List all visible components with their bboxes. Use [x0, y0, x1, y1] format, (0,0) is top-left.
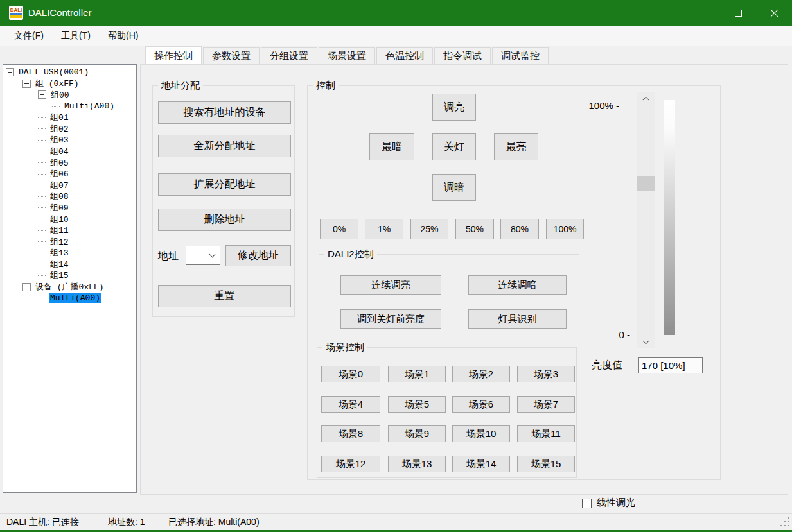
tree-item-group15[interactable]: 组15 — [3, 270, 136, 282]
app-icon: DALI — [9, 6, 23, 20]
tree-item-device-broadcast[interactable]: 设备 (广播0xFF) — [3, 281, 136, 293]
modify-address-button[interactable]: 修改地址 — [225, 245, 291, 266]
minimize-icon — [699, 13, 706, 13]
scene-2-button[interactable]: 场景2 — [452, 366, 510, 382]
scene-5-button[interactable]: 场景5 — [388, 396, 446, 413]
linear-dimming-checkbox[interactable] — [582, 499, 592, 508]
chevron-down-icon — [642, 338, 649, 345]
device-tree[interactable]: DALI USB(0001) 组 (0xFF) 组00 Multi(A00) 组… — [3, 64, 137, 493]
scene-6-button[interactable]: 场景6 — [452, 396, 510, 413]
tab-debug-monitor[interactable]: 调试监控 — [492, 47, 549, 64]
tab-grouping-settings[interactable]: 分组设置 — [261, 47, 317, 64]
brightness-value-input[interactable] — [638, 357, 703, 373]
dim-up-button[interactable]: 调亮 — [432, 94, 476, 121]
search-addressed-devices-button[interactable]: 搜索有地址的设备 — [158, 101, 291, 124]
scene-9-button[interactable]: 场景9 — [388, 425, 446, 442]
tree-item-group12[interactable]: 组12 — [3, 236, 136, 248]
brightness-gradient-bar — [664, 100, 675, 335]
tab-command-debug[interactable]: 指令调试 — [434, 47, 491, 64]
assign-extend-address-button[interactable]: 扩展分配地址 — [158, 173, 291, 196]
percent-0-button[interactable]: 0% — [320, 219, 358, 239]
max-brightness-button[interactable]: 最亮 — [494, 133, 538, 160]
status-bar: DALI 主机: 已连接 地址数: 1 已选择地址: Multi(A00) — [0, 513, 792, 530]
tree-item-group01[interactable]: 组01 — [3, 112, 136, 123]
dim-down-button[interactable]: 调暗 — [432, 174, 476, 201]
scene-12-button[interactable]: 场景12 — [321, 456, 380, 472]
percent-80-button[interactable]: 80% — [500, 219, 539, 239]
tab-scene-settings[interactable]: 场景设置 — [319, 47, 375, 64]
tab-parameter-settings[interactable]: 参数设置 — [203, 47, 260, 64]
percent-25-button[interactable]: 25% — [410, 219, 448, 239]
scene-8-button[interactable]: 场景8 — [321, 425, 380, 442]
scene-1-button[interactable]: 场景1 — [388, 366, 446, 382]
tab-color-temp-control[interactable]: 色温控制 — [376, 47, 433, 64]
scrollbar-thumb[interactable] — [637, 176, 655, 191]
tree-item-group04[interactable]: 组04 — [3, 146, 136, 157]
scroll-down-button[interactable] — [637, 336, 655, 348]
tab-operation-control[interactable]: 操作控制 — [145, 46, 202, 64]
menu-help[interactable]: 帮助(H) — [104, 26, 142, 46]
scene-0-button[interactable]: 场景0 — [321, 366, 380, 382]
continuous-dim-up-button[interactable]: 连续调亮 — [340, 275, 441, 295]
collapse-icon[interactable] — [6, 68, 14, 76]
scroll-up-button[interactable] — [637, 92, 655, 104]
tree-item-group-root[interactable]: 组 (0xFF) — [3, 78, 136, 90]
close-button[interactable] — [759, 0, 789, 26]
continuous-dim-down-button[interactable]: 连续调暗 — [468, 275, 567, 295]
percent-50-button[interactable]: 50% — [455, 219, 494, 239]
tree-item-group13[interactable]: 组13 — [3, 248, 136, 259]
collapse-icon[interactable] — [22, 80, 31, 88]
light-off-button[interactable]: 关灯 — [432, 133, 476, 160]
tree-item-multi-a00-selected[interactable]: Multi(A00) — [3, 293, 136, 304]
tree-item-group00[interactable]: 组00 — [3, 89, 136, 101]
percent-1-button[interactable]: 1% — [365, 219, 403, 239]
scene-3-button[interactable]: 场景3 — [517, 366, 575, 382]
scene-7-button[interactable]: 场景7 — [517, 396, 575, 413]
tree-item-group09[interactable]: 组09 — [3, 202, 136, 214]
scene-14-button[interactable]: 场景14 — [452, 456, 510, 472]
identify-luminaire-button[interactable]: 灯具识别 — [468, 309, 567, 329]
scene-4-button[interactable]: 场景4 — [321, 396, 380, 413]
tree-item-group02[interactable]: 组02 — [3, 123, 136, 135]
status-selected-address: 已选择地址: Multi(A00) — [168, 517, 260, 528]
tree-item-group14[interactable]: 组14 — [3, 259, 136, 270]
scene-11-button[interactable]: 场景11 — [517, 425, 575, 442]
address-combobox[interactable] — [186, 246, 220, 265]
group-title: 地址分配 — [158, 80, 203, 92]
title-bar[interactable]: DALI DALIController — [0, 0, 792, 26]
chevron-down-icon — [209, 251, 216, 257]
control-group: 控制 调亮 最暗 关灯 最亮 调暗 0% 1% 25% 50% 80% 100%… — [307, 85, 721, 480]
tree-item-group11[interactable]: 组11 — [3, 225, 136, 236]
delete-address-button[interactable]: 删除地址 — [158, 209, 291, 231]
chevron-up-icon — [642, 96, 649, 103]
address-allocation-group: 地址分配 搜索有地址的设备 全新分配地址 扩展分配地址 删除地址 地址 修改地址… — [152, 85, 295, 317]
reset-button[interactable]: 重置 — [158, 285, 291, 307]
percent-100-button[interactable]: 100% — [546, 219, 584, 239]
min-brightness-button[interactable]: 最暗 — [369, 133, 414, 160]
tree-item-group07[interactable]: 组07 — [3, 180, 136, 191]
resize-grip[interactable] — [780, 517, 789, 528]
minimize-button[interactable] — [687, 0, 717, 26]
tree-item-multi-a00[interactable]: Multi(A00) — [3, 101, 136, 112]
tree-item-group03[interactable]: 组03 — [3, 135, 136, 146]
collapse-icon[interactable] — [22, 283, 31, 291]
brightness-value-label: 亮度值 — [592, 359, 622, 372]
brightness-scrollbar[interactable] — [637, 92, 655, 348]
tree-item-dali-usb[interactable]: DALI USB(0001) — [3, 67, 136, 78]
maximize-button[interactable] — [723, 0, 753, 26]
tree-item-group08[interactable]: 组08 — [3, 191, 136, 203]
assign-new-address-button[interactable]: 全新分配地址 — [158, 135, 291, 157]
menu-file[interactable]: 文件(F) — [10, 26, 48, 46]
scene-15-button[interactable]: 场景15 — [517, 456, 575, 472]
tree-item-group06[interactable]: 组06 — [3, 168, 136, 180]
menu-tools[interactable]: 工具(T) — [57, 26, 94, 46]
tree-item-group05[interactable]: 组05 — [3, 157, 136, 169]
tree-item-group10[interactable]: 组10 — [3, 214, 136, 225]
recall-last-level-button[interactable]: 调到关灯前亮度 — [340, 309, 441, 329]
scene-10-button[interactable]: 场景10 — [452, 425, 510, 442]
menu-bar: 文件(F) 工具(T) 帮助(H) — [0, 26, 792, 46]
status-host-connection: DALI 主机: 已连接 — [6, 517, 79, 528]
scene-13-button[interactable]: 场景13 — [388, 456, 446, 472]
collapse-icon[interactable] — [38, 90, 46, 99]
status-address-count: 地址数: 1 — [108, 517, 145, 528]
